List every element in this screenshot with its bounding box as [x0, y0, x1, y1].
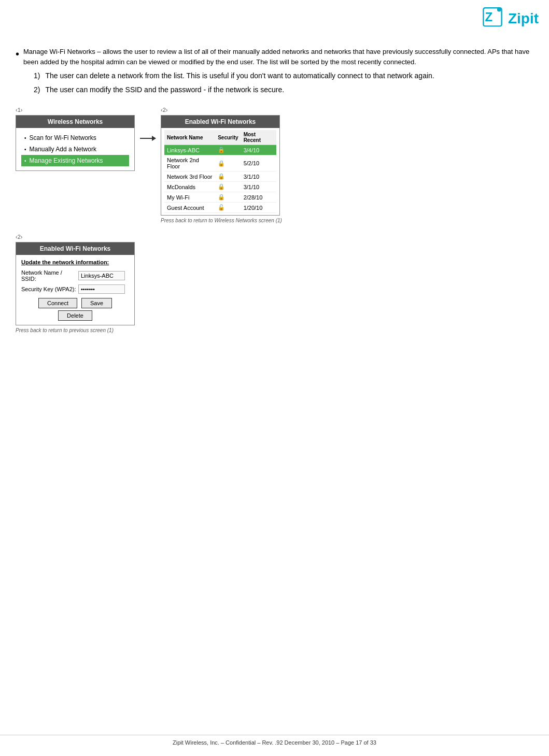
screen2-header: Enabled Wi-Fi Networks [161, 116, 279, 128]
screen2-device: Enabled Wi-Fi Networks Network Name Secu… [161, 115, 280, 216]
cell-name-0: Linksys-ABC [164, 145, 215, 155]
key-label: Security Key (WPA2): [21, 286, 78, 292]
network-row-1[interactable]: Network 2nd Floor 🔒 5/2/10 [164, 155, 276, 172]
delete-button[interactable]: Delete [58, 310, 92, 321]
screen3-label: ‹2› [16, 234, 135, 240]
numbered-list: 1) The user can delete a network from th… [34, 70, 533, 95]
svg-text:Z: Z [485, 10, 493, 24]
cell-date-2: 3/1/10 [241, 172, 276, 182]
footer-text: Zipit Wireless, Inc. – Confidential – Re… [173, 739, 376, 746]
screen3-device: Enabled Wi-Fi Networks Update the networ… [16, 242, 135, 325]
bullet-section: • Manage Wi-Fi Networks – allows the use… [16, 47, 533, 98]
logo-text: Zipit [508, 10, 539, 27]
field-key: Security Key (WPA2): [21, 284, 129, 294]
item1-num: 1) [34, 70, 40, 81]
col-recent: Most Recent [241, 130, 276, 145]
ssid-label: Network Name / SSID: [21, 269, 78, 282]
screen3-col: ‹2› Enabled Wi-Fi Networks Update the ne… [16, 234, 135, 333]
edit-subtitle: Update the network information: [21, 259, 129, 265]
network-table: Network Name Security Most Recent Linksy… [164, 130, 276, 213]
cell-security-3: 🔒 [215, 182, 241, 192]
arrow-1 [140, 138, 156, 139]
cell-date-0: 3/4/10 [241, 145, 276, 155]
bullet-text: Manage Wi-Fi Networks – allows the user … [23, 48, 529, 66]
cell-date-5: 1/20/10 [241, 203, 276, 213]
col-security: Security [215, 130, 241, 145]
cell-name-3: McDonalds [164, 182, 215, 192]
save-button[interactable]: Save [81, 298, 112, 308]
screen1-body: • Scan for Wi-Fi Networks • Manually Add… [16, 128, 134, 170]
screen3-header: Enabled Wi-Fi Networks [16, 243, 134, 255]
menu-item-manage[interactable]: • Manage Existing Networks [21, 155, 129, 166]
cell-security-5: 🔓 [215, 203, 241, 213]
screen1-label: ‹1› [16, 107, 135, 113]
network-row-3[interactable]: McDonalds 🔒 3/1/10 [164, 182, 276, 192]
cell-date-3: 3/1/10 [241, 182, 276, 192]
screen2-body: Network Name Security Most Recent Linksy… [161, 128, 279, 215]
cell-name-2: Network 3rd Floor [164, 172, 215, 182]
screen1-col: ‹1› Wireless Networks • Scan for Wi-Fi N… [16, 107, 135, 171]
add-bullet: • [24, 147, 26, 152]
network-row-0[interactable]: Linksys-ABC 🔒 3/4/10 [164, 145, 276, 155]
screen1-device: Wireless Networks • Scan for Wi-Fi Netwo… [16, 115, 135, 171]
screen2-col: ‹2› Enabled Wi-Fi Networks Network Name … [161, 107, 282, 223]
manage-label: Manage Existing Networks [30, 157, 103, 164]
numbered-item-2: 2) The user can modify the SSID and the … [34, 84, 533, 95]
zipit-logo-icon: Z [480, 6, 505, 31]
cell-security-0: 🔒 [215, 145, 241, 155]
footer: Zipit Wireless, Inc. – Confidential – Re… [0, 735, 549, 746]
screen3-back-note: Press back to return to previous screen … [16, 327, 135, 333]
scan-label: Scan for Wi-Fi Networks [30, 134, 96, 141]
cell-security-1: 🔒 [215, 155, 241, 172]
menu-item-scan[interactable]: • Scan for Wi-Fi Networks [21, 132, 129, 144]
logo-area: Z Zipit [480, 6, 539, 31]
ssid-input[interactable] [78, 271, 125, 280]
menu-item-add[interactable]: • Manually Add a Network [21, 144, 129, 155]
screen1-header: Wireless Networks [16, 116, 134, 128]
bottom-row: ‹2› Enabled Wi-Fi Networks Update the ne… [16, 234, 533, 333]
manage-bullet: • [24, 158, 26, 164]
key-input[interactable] [78, 284, 125, 294]
item2-num: 2) [34, 84, 40, 95]
col-name: Network Name [164, 130, 215, 145]
network-row-4[interactable]: My Wi-Fi 🔒 2/28/10 [164, 192, 276, 203]
network-row-5[interactable]: Guest Account 🔓 1/20/10 [164, 203, 276, 213]
bullet-content: Manage Wi-Fi Networks – allows the user … [23, 47, 533, 98]
item1-text: The user can delete a network from the l… [45, 70, 434, 81]
edit-buttons: Connect Save Delete [21, 298, 129, 321]
numbered-item-1: 1) The user can delete a network from th… [34, 70, 533, 81]
connect-save-row: Connect Save [38, 298, 112, 308]
screen2-label: ‹2› [161, 107, 282, 113]
add-label: Manually Add a Network [30, 146, 96, 153]
item2-text: The user can modify the SSID and the pas… [45, 84, 284, 95]
screen2-back-note: Press back to return to Wireless Network… [161, 218, 282, 223]
cell-date-1: 5/2/10 [241, 155, 276, 172]
main-content: • Manage Wi-Fi Networks – allows the use… [0, 36, 549, 364]
cell-date-4: 2/28/10 [241, 192, 276, 203]
cell-security-4: 🔒 [215, 192, 241, 203]
field-ssid: Network Name / SSID: [21, 269, 129, 282]
screen3-body: Update the network information: Network … [16, 255, 134, 325]
scan-bullet: • [24, 135, 26, 141]
arrow-line-1 [140, 138, 156, 139]
cell-name-5: Guest Account [164, 203, 215, 213]
connect-button[interactable]: Connect [38, 298, 77, 308]
bullet-dot: • [16, 47, 19, 98]
network-row-2[interactable]: Network 3rd Floor 🔒 3/1/10 [164, 172, 276, 182]
cell-name-1: Network 2nd Floor [164, 155, 215, 172]
svg-point-2 [497, 7, 501, 11]
cell-name-4: My Wi-Fi [164, 192, 215, 203]
cell-security-2: 🔒 [215, 172, 241, 182]
